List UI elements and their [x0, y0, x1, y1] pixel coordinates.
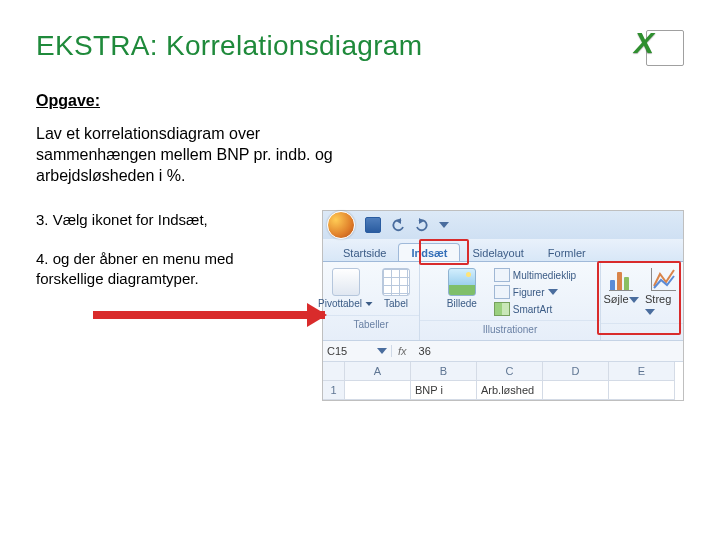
shapes-icon: [494, 285, 510, 299]
tab-sidelayout[interactable]: Sidelayout: [460, 244, 535, 261]
line-chart-icon: [651, 268, 676, 291]
cell-a1[interactable]: [345, 381, 411, 400]
column-chart-icon: [609, 268, 633, 291]
group-charts-spacer: [601, 323, 683, 340]
line-chart-button[interactable]: Streg: [645, 266, 681, 319]
cell-e1[interactable]: [609, 381, 675, 400]
step-4: 4. og der åbner en menu med forskellige …: [36, 249, 236, 290]
name-box[interactable]: C15: [323, 345, 392, 357]
slide: EKSTRA: Korrelationsdiagram X Opgave: La…: [0, 0, 720, 540]
group-illustrations-label: Illustrationer: [420, 320, 600, 337]
redo-icon[interactable]: [415, 218, 429, 232]
title-row: EKSTRA: Korrelationsdiagram X: [36, 26, 684, 66]
cell-b1[interactable]: BNP i: [411, 381, 477, 400]
grid: 1 A BBNP i CArb.løshed D E: [323, 362, 683, 400]
formula-value[interactable]: 36: [413, 345, 437, 357]
sheet-area: C15 fx 36 1 A BBNP i CArb.løshed D E: [323, 340, 683, 400]
ribbon-tabs: Startside Indsæt Sidelayout Formler: [323, 239, 683, 262]
step-3: 3. Vælg ikonet for Indsæt,: [36, 210, 236, 230]
chevron-down-icon: [365, 302, 372, 306]
quick-access-toolbar: [323, 211, 683, 239]
illustration-mini: Multimedieklip Figurer SmartArt: [490, 266, 580, 316]
clipart-button[interactable]: Multimedieklip: [494, 268, 576, 282]
task-text: Lav et korrelationsdiagram over sammenhæ…: [36, 124, 356, 186]
col-header-e[interactable]: E: [609, 362, 675, 381]
smartart-button[interactable]: SmartArt: [494, 302, 576, 316]
col-header-a[interactable]: A: [345, 362, 411, 381]
picture-label: Billede: [447, 298, 477, 309]
col-header-b[interactable]: B: [411, 362, 477, 381]
task-heading: Opgave:: [36, 92, 684, 110]
table-button[interactable]: Tabel: [374, 266, 418, 311]
excel-screenshot: Startside Indsæt Sidelayout Formler Pivo…: [322, 210, 684, 401]
chevron-down-icon: [548, 289, 558, 295]
picture-icon: [448, 268, 476, 296]
tab-indsaet[interactable]: Indsæt: [398, 243, 460, 261]
chevron-down-icon: [629, 297, 639, 303]
office-button-icon[interactable]: [327, 211, 355, 239]
picture-button[interactable]: Billede: [440, 266, 484, 311]
save-icon[interactable]: [365, 217, 381, 233]
group-tables-label: Tabeller: [323, 315, 419, 332]
pivottable-button[interactable]: Pivottabel: [324, 266, 368, 311]
undo-icon[interactable]: [391, 218, 405, 232]
select-all-corner[interactable]: [323, 362, 345, 381]
slide-title: EKSTRA: Korrelationsdiagram: [36, 30, 422, 62]
tab-formler[interactable]: Formler: [536, 244, 598, 261]
cell-d1[interactable]: [543, 381, 609, 400]
row-header-1[interactable]: 1: [323, 381, 345, 400]
group-charts: Søjle Streg: [601, 262, 683, 340]
shapes-button[interactable]: Figurer: [494, 285, 576, 299]
formula-bar: C15 fx 36: [323, 341, 683, 362]
ribbon-body: Pivottabel Tabel Tabeller Bill: [323, 262, 683, 340]
chevron-down-icon: [645, 309, 655, 315]
table-label: Tabel: [384, 298, 408, 309]
table-icon: [382, 268, 410, 296]
callout-arrow-icon: [93, 311, 325, 319]
excel-logo-icon: X: [636, 26, 684, 66]
tab-startside[interactable]: Startside: [331, 244, 398, 261]
steps-text: 3. Vælg ikonet for Indsæt, 4. og der åbn…: [36, 210, 236, 307]
group-tables: Pivottabel Tabel Tabeller: [323, 262, 420, 340]
col-header-c[interactable]: C: [477, 362, 543, 381]
pivottable-icon: [332, 268, 360, 296]
qat-dropdown-icon[interactable]: [439, 222, 449, 228]
steps-row: 3. Vælg ikonet for Indsæt, 4. og der åbn…: [36, 210, 684, 401]
clipart-icon: [494, 268, 510, 282]
column-chart-button[interactable]: Søjle: [603, 266, 639, 319]
cell-c1[interactable]: Arb.løshed: [477, 381, 543, 400]
smartart-icon: [494, 302, 510, 316]
fx-icon[interactable]: fx: [392, 345, 413, 357]
col-header-d[interactable]: D: [543, 362, 609, 381]
group-illustrations: Billede Multimedieklip Figurer SmartArt …: [420, 262, 601, 340]
chevron-down-icon: [377, 348, 387, 354]
